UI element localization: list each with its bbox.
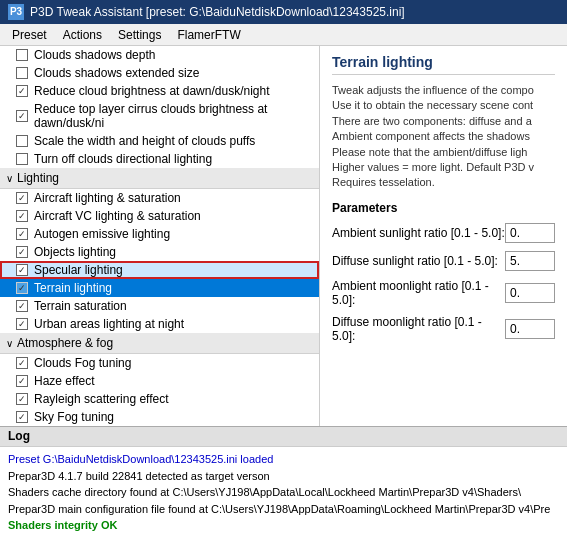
checkbox-reduce-cloud[interactable]	[16, 85, 28, 97]
param-row-diffuse-moonlight: Diffuse moonlight ratio [0.1 - 5.0]:	[332, 315, 555, 343]
param-label-diffuse-sunlight: Diffuse sunlight ratio [0.1 - 5.0]:	[332, 254, 505, 268]
list-item[interactable]: Reduce cloud brightness at dawn/dusk/nig…	[0, 82, 319, 100]
log-line-2: Prepar3D 4.1.7 build 22841 detected as t…	[8, 468, 559, 485]
list-item[interactable]: Clouds Fog tuning	[0, 354, 319, 372]
list-item[interactable]: Turn off clouds directional lighting	[0, 150, 319, 168]
param-input-diffuse-sunlight[interactable]	[505, 251, 555, 271]
specular-lighting-item[interactable]: Specular lighting	[0, 261, 319, 279]
menu-item-settings[interactable]: Settings	[110, 26, 169, 43]
param-label-ambient-moonlight: Ambient moonlight ratio [0.1 - 5.0]:	[332, 279, 505, 307]
checkbox-aircraft-vc[interactable]	[16, 210, 28, 222]
checkbox-sky-fog[interactable]	[16, 411, 28, 423]
list-item[interactable]: Objects lighting	[0, 243, 319, 261]
title-bar: P3 P3D Tweak Assistant [preset: G:\Baidu…	[0, 0, 567, 24]
title-text: P3D Tweak Assistant [preset: G:\BaiduNet…	[30, 5, 405, 19]
list-item[interactable]: Aircraft lighting & saturation	[0, 189, 319, 207]
param-row-ambient-sunlight: Ambient sunlight ratio [0.1 - 5.0]:	[332, 223, 555, 243]
checkbox-rayleigh[interactable]	[16, 393, 28, 405]
checkbox-terrain-saturation[interactable]	[16, 300, 28, 312]
param-label-ambient-sunlight: Ambient sunlight ratio [0.1 - 5.0]:	[332, 226, 505, 240]
checkbox-clouds-shadows-extended[interactable]	[16, 67, 28, 79]
right-panel-title: Terrain lighting	[332, 54, 555, 75]
left-scroll[interactable]: Clouds shadows depth Clouds shadows exte…	[0, 46, 319, 426]
lighting-header[interactable]: ∨ Lighting	[0, 168, 319, 189]
checkbox-aircraft-lighting[interactable]	[16, 192, 28, 204]
checkbox-autogen[interactable]	[16, 228, 28, 240]
left-panel: Clouds shadows depth Clouds shadows exte…	[0, 46, 320, 426]
list-item[interactable]: Terrain saturation	[0, 297, 319, 315]
checkbox-haze[interactable]	[16, 375, 28, 387]
right-panel: Terrain lighting Tweak adjusts the influ…	[320, 46, 567, 426]
checkbox-turn-off[interactable]	[16, 153, 28, 165]
checkbox-specular[interactable]	[16, 264, 28, 276]
log-line-3: Shaders cache directory found at C:\User…	[8, 484, 559, 501]
param-row-ambient-moonlight: Ambient moonlight ratio [0.1 - 5.0]:	[332, 279, 555, 307]
checkbox-urban[interactable]	[16, 318, 28, 330]
terrain-lighting-item[interactable]: Terrain lighting	[0, 279, 319, 297]
list-item[interactable]: Scale the width and height of clouds puf…	[0, 132, 319, 150]
log-content: Preset G:\BaiduNetdiskDownload\12343525.…	[0, 447, 567, 546]
list-item[interactable]: Autogen emissive lighting	[0, 225, 319, 243]
clouds-section: Clouds shadows depth Clouds shadows exte…	[0, 46, 319, 168]
menu-item-actions[interactable]: Actions	[55, 26, 110, 43]
menu-item-flamerftw[interactable]: FlamerFTW	[169, 26, 248, 43]
main-content: Clouds shadows depth Clouds shadows exte…	[0, 46, 567, 426]
menu-item-preset[interactable]: Preset	[4, 26, 55, 43]
list-item[interactable]: Rayleigh scattering effect	[0, 390, 319, 408]
param-input-diffuse-moonlight[interactable]	[505, 319, 555, 339]
checkbox-reduce-top[interactable]	[16, 110, 28, 122]
log-section: Log Preset G:\BaiduNetdiskDownload\12343…	[0, 426, 567, 546]
checkbox-clouds-shadows-depth[interactable]	[16, 49, 28, 61]
checkbox-objects[interactable]	[16, 246, 28, 258]
checkbox-terrain-lighting[interactable]	[16, 282, 28, 294]
app-icon: P3	[8, 4, 24, 20]
log-header: Log	[0, 427, 567, 447]
param-label-diffuse-moonlight: Diffuse moonlight ratio [0.1 - 5.0]:	[332, 315, 505, 343]
log-line-1: Preset G:\BaiduNetdiskDownload\12343525.…	[8, 451, 559, 468]
list-item[interactable]: Aircraft VC lighting & saturation	[0, 207, 319, 225]
parameters-section: Parameters Ambient sunlight ratio [0.1 -…	[332, 201, 555, 343]
lighting-section: ∨ Lighting Aircraft lighting & saturatio…	[0, 168, 319, 333]
list-item[interactable]: Haze effect	[0, 372, 319, 390]
checkbox-scale-width[interactable]	[16, 135, 28, 147]
param-input-ambient-sunlight[interactable]	[505, 223, 555, 243]
atmosphere-section: ∨ Atmosphere & fog Clouds Fog tuning Haz…	[0, 333, 319, 426]
checkbox-clouds-fog[interactable]	[16, 357, 28, 369]
log-line-5: Shaders integrity OK	[8, 517, 559, 534]
param-row-diffuse-sunlight: Diffuse sunlight ratio [0.1 - 5.0]:	[332, 251, 555, 271]
list-item[interactable]: Clouds shadows depth	[0, 46, 319, 64]
param-input-ambient-moonlight[interactable]	[505, 283, 555, 303]
atmosphere-header[interactable]: ∨ Atmosphere & fog	[0, 333, 319, 354]
menu-bar: PresetActionsSettingsFlamerFTW	[0, 24, 567, 46]
log-line-4: Prepar3D main configuration file found a…	[8, 501, 559, 518]
parameters-title: Parameters	[332, 201, 555, 215]
list-item[interactable]: Urban areas lighting at night	[0, 315, 319, 333]
chevron-icon: ∨	[6, 173, 13, 184]
description: Tweak adjusts the influence of the compo…	[332, 83, 555, 191]
list-item[interactable]: Reduce top layer cirrus clouds brightnes…	[0, 100, 319, 132]
list-item[interactable]: Sky Fog tuning	[0, 408, 319, 426]
chevron-icon: ∨	[6, 338, 13, 349]
list-item[interactable]: Clouds shadows extended size	[0, 64, 319, 82]
